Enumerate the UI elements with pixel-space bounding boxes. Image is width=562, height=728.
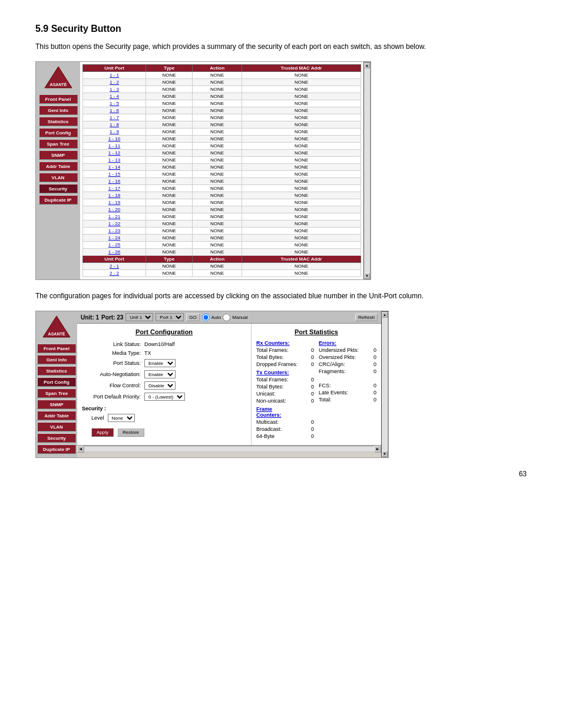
port-link-1-23[interactable]: 1 - 23 bbox=[108, 228, 120, 233]
dropped-frames-value: 0 bbox=[303, 361, 314, 367]
port-link-1-22[interactable]: 1 - 22 bbox=[108, 221, 120, 226]
port-link-1-15[interactable]: 1 - 15 bbox=[108, 172, 120, 177]
auto-neg-label: Auto-Negotiation: bbox=[82, 371, 141, 377]
sidebar-btn-genl-info[interactable]: Genl Info bbox=[39, 106, 78, 115]
security-table-row: 1 - 8NONENONENONE bbox=[83, 121, 361, 129]
port-link-1-12[interactable]: 1 - 12 bbox=[108, 150, 120, 156]
late-events-row: Late Events: 0 bbox=[319, 390, 376, 396]
port-link-1-9[interactable]: 1 - 9 bbox=[110, 129, 119, 134]
scrollbar-horizontal[interactable]: ◄ ► bbox=[77, 445, 381, 452]
port-link-1-5[interactable]: 1 - 5 bbox=[110, 101, 119, 106]
port-link-1-25[interactable]: 1 - 25 bbox=[108, 242, 120, 248]
sidebar2-btn-port-config[interactable]: Port Config bbox=[37, 377, 76, 387]
port-select[interactable]: Port 1 bbox=[156, 313, 184, 321]
port-link-1-3[interactable]: 1 - 3 bbox=[110, 87, 119, 92]
scroll-track[interactable] bbox=[364, 68, 370, 273]
auto-neg-row: Auto-Negotiation: Enable Disable bbox=[82, 370, 246, 378]
scroll-up-arrow-2[interactable]: ▲ bbox=[382, 312, 388, 318]
port-link-2-2[interactable]: 2 - 2 bbox=[110, 271, 119, 276]
security-table-row: 1 - 24NONENONENONE bbox=[83, 235, 361, 242]
port-link-1-18[interactable]: 1 - 18 bbox=[108, 193, 120, 198]
port-link-1-21[interactable]: 1 - 21 bbox=[108, 214, 120, 219]
total-bytes-value: 0 bbox=[303, 354, 314, 360]
go-button[interactable]: GO bbox=[186, 314, 199, 321]
manual-radio[interactable] bbox=[223, 314, 230, 321]
unit-select[interactable]: Unit 1 bbox=[125, 313, 153, 321]
late-events-label: Late Events: bbox=[319, 390, 366, 396]
port-link-1-2[interactable]: 1 - 2 bbox=[110, 80, 119, 85]
security-table-row: 1 - 22NONENONENONE bbox=[83, 220, 361, 228]
security-table-row: 1 - 4NONENONENONE bbox=[83, 93, 361, 100]
port-link-1-16[interactable]: 1 - 16 bbox=[108, 179, 120, 184]
scroll-right-arrow[interactable]: ► bbox=[374, 446, 381, 453]
security-header: Security : bbox=[82, 406, 246, 411]
sidebar-btn-span-tree[interactable]: Span Tree bbox=[39, 139, 78, 149]
scroll-h-track[interactable] bbox=[84, 447, 374, 452]
port-config-screenshot: ASANTÉ Front Panel Genl Info Statistics … bbox=[35, 311, 389, 458]
sidebar2-btn-genl-info[interactable]: Genl Info bbox=[37, 355, 76, 364]
security-table-row: 1 - 3NONENONENONE bbox=[83, 86, 361, 93]
port-link-1-1[interactable]: 1 - 1 bbox=[110, 73, 119, 78]
unicast-label: Unicast: bbox=[256, 391, 303, 397]
sidebar2-btn-vlan[interactable]: VLAN bbox=[37, 422, 76, 431]
sidebar2-btn-front-panel[interactable]: Front Panel bbox=[37, 344, 76, 353]
crc-align-value: 0 bbox=[366, 361, 376, 367]
scrollbar-vertical-2[interactable]: ▲ ▼ bbox=[381, 311, 388, 457]
scroll-track-2[interactable] bbox=[382, 318, 388, 451]
port-link-1-13[interactable]: 1 - 13 bbox=[108, 157, 120, 163]
sidebar-btn-snmp[interactable]: SNMP bbox=[39, 150, 78, 160]
crc-align-row: CRC/Align: 0 bbox=[319, 361, 376, 367]
byte64-row: 64-Byte 0 bbox=[256, 433, 314, 439]
port-link-1-14[interactable]: 1 - 14 bbox=[108, 164, 120, 170]
sidebar2-btn-security[interactable]: Security bbox=[37, 433, 76, 443]
scroll-left-arrow[interactable]: ◄ bbox=[77, 446, 84, 453]
apply-button[interactable]: Apply bbox=[91, 428, 114, 437]
auto-neg-select[interactable]: Enable Disable bbox=[144, 370, 176, 378]
port-priority-select[interactable]: 0 - (Lowest) bbox=[144, 393, 185, 401]
security-table-row: 1 - 11NONENONENONE bbox=[83, 143, 361, 150]
sidebar2-btn-statistics[interactable]: Statistics bbox=[37, 366, 76, 375]
scrollbar-vertical-1[interactable]: ▲ ▼ bbox=[363, 62, 371, 279]
auto-radio[interactable] bbox=[202, 314, 210, 321]
sidebar2-btn-duplicate-ip[interactable]: Duplicate IP bbox=[37, 444, 76, 454]
level-select[interactable]: None bbox=[108, 414, 135, 422]
sidebar-btn-security[interactable]: Security bbox=[39, 184, 78, 193]
port-link-2-1[interactable]: 2 - 1 bbox=[110, 263, 119, 269]
sidebar-btn-front-panel[interactable]: Front Panel bbox=[39, 94, 78, 104]
undersized-label: Undersized Pkts: bbox=[319, 347, 366, 353]
restore-button[interactable]: Restore bbox=[117, 428, 144, 437]
scroll-up-arrow[interactable]: ▲ bbox=[364, 62, 370, 68]
refresh-button[interactable]: Refresh bbox=[355, 314, 378, 321]
sidebar-btn-addr-table[interactable]: Addr Table bbox=[39, 162, 78, 171]
port-link-1-4[interactable]: 1 - 4 bbox=[110, 94, 119, 99]
non-unicast-label: Non-unicast: bbox=[256, 398, 303, 404]
port-link-1-8[interactable]: 1 - 8 bbox=[110, 122, 119, 127]
sidebar2-btn-snmp[interactable]: SNMP bbox=[37, 400, 76, 409]
sidebar-btn-port-config[interactable]: Port Config bbox=[39, 128, 78, 137]
port-status-select[interactable]: Enable Disable bbox=[144, 359, 176, 367]
flow-control-select[interactable]: Disable Enable bbox=[144, 381, 176, 390]
port-link-1-24[interactable]: 1 - 24 bbox=[108, 235, 120, 241]
sidebar2-btn-addr-table[interactable]: Addr Table bbox=[37, 411, 76, 420]
scroll-down-arrow-2[interactable]: ▼ bbox=[382, 451, 388, 457]
sidebar-btn-vlan[interactable]: VLAN bbox=[39, 173, 78, 182]
page-number: 63 bbox=[35, 470, 527, 478]
port-link-1-17[interactable]: 1 - 17 bbox=[108, 186, 120, 191]
port-link-1-7[interactable]: 1 - 7 bbox=[110, 115, 119, 120]
sidebar2-btn-span-tree[interactable]: Span Tree bbox=[37, 388, 76, 398]
scroll-down-arrow[interactable]: ▼ bbox=[364, 273, 370, 279]
port-label: Port: 23 bbox=[101, 314, 123, 321]
stats-columns: Rx Counters: Total Frames: 0 Total Bytes… bbox=[256, 340, 376, 440]
multicast-row: Multicast: 0 bbox=[256, 419, 314, 425]
port-link-1-11[interactable]: 1 - 11 bbox=[108, 143, 120, 149]
port-link-1-26[interactable]: 1 - 26 bbox=[108, 249, 120, 255]
port-link-1-6[interactable]: 1 - 6 bbox=[110, 108, 119, 113]
port-link-1-19[interactable]: 1 - 19 bbox=[108, 200, 120, 205]
toolbar-bar: Unit: 1 Port: 23 Unit 1 Port 1 GO Auto M… bbox=[77, 311, 381, 324]
col-header-type: Type bbox=[146, 65, 193, 72]
port-link-1-10[interactable]: 1 - 10 bbox=[108, 136, 120, 141]
stats-left-column: Rx Counters: Total Frames: 0 Total Bytes… bbox=[256, 340, 314, 440]
port-link-1-20[interactable]: 1 - 20 bbox=[108, 207, 120, 212]
sidebar-btn-duplicate-ip[interactable]: Duplicate IP bbox=[39, 195, 78, 205]
sidebar-btn-statistics[interactable]: Statistics bbox=[39, 117, 78, 126]
